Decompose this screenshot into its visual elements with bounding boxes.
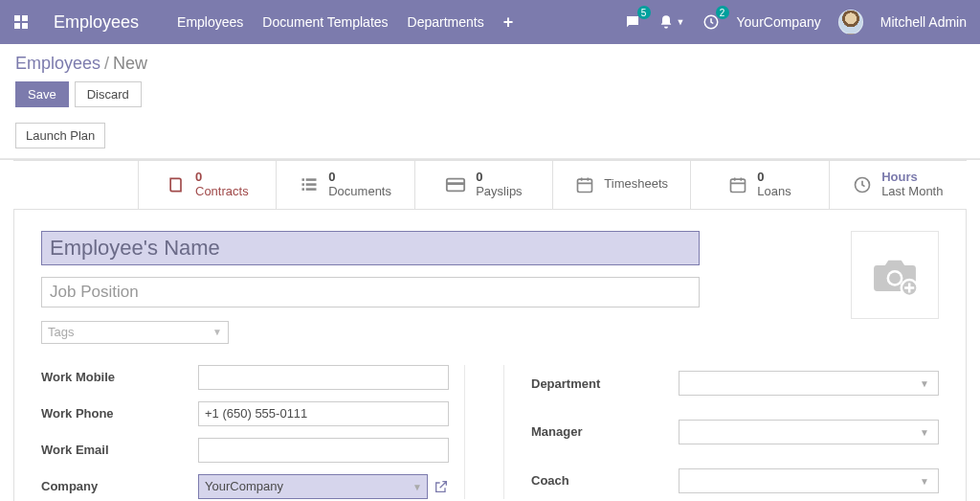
job-position-input[interactable] [41, 277, 700, 307]
svg-rect-7 [302, 183, 305, 186]
nav-document-templates[interactable]: Document Templates [262, 14, 388, 30]
svg-point-17 [889, 272, 901, 284]
launch-plan-button[interactable]: Launch Plan [15, 123, 105, 148]
book-icon [167, 175, 186, 194]
svg-rect-3 [22, 23, 28, 29]
stat-contracts[interactable]: 0Contracts [138, 161, 276, 209]
stat-spacer [13, 161, 138, 209]
svg-rect-12 [447, 182, 464, 185]
save-button[interactable]: Save [15, 81, 69, 107]
svg-rect-0 [14, 15, 20, 21]
list-icon [300, 175, 319, 194]
user-menu[interactable]: Mitchell Admin [880, 14, 967, 30]
app-title[interactable]: Employees [54, 12, 139, 33]
tags-input[interactable]: Tags ▼ [41, 321, 229, 344]
employee-name-input[interactable] [41, 231, 700, 265]
nav-departments[interactable]: Departments [408, 14, 484, 30]
svg-rect-13 [578, 179, 592, 192]
svg-rect-9 [302, 188, 305, 191]
work-email-input[interactable] [198, 438, 449, 463]
chevron-down-icon: ▼ [677, 17, 685, 27]
coach-select[interactable] [679, 468, 939, 493]
form-sheet: Tags ▼ Work Mobile [13, 210, 967, 501]
external-link-icon[interactable] [434, 479, 449, 494]
label-manager: Manager [531, 424, 675, 439]
manager-select[interactable] [679, 420, 939, 444]
activities-badge: 2 [716, 6, 729, 19]
stat-buttons-row: 0Contracts 0Documents 0Payslips Timeshee… [13, 160, 967, 210]
breadcrumb-current: New [113, 54, 147, 73]
chevron-down-icon: ▼ [212, 327, 222, 337]
messages-button[interactable]: 5 [624, 13, 641, 31]
top-navbar: Employees Employees Document Templates D… [0, 0, 980, 44]
activities-button[interactable]: 2 [702, 13, 720, 31]
label-work-mobile: Work Mobile [41, 370, 194, 384]
svg-rect-8 [306, 183, 317, 186]
breadcrumb: Employees/New [15, 54, 965, 74]
stat-documents[interactable]: 0Documents [276, 161, 413, 209]
calendar-icon [728, 175, 747, 194]
nav-employees[interactable]: Employees [177, 14, 243, 30]
messages-badge: 5 [637, 6, 651, 19]
calendar-icon [575, 175, 594, 194]
apps-icon[interactable] [13, 14, 29, 30]
stat-loans[interactable]: 0Loans [690, 161, 828, 209]
camera-plus-icon [869, 249, 921, 301]
label-coach: Coach [531, 473, 675, 488]
breadcrumb-root[interactable]: Employees [15, 54, 100, 73]
credit-card-icon [445, 174, 466, 195]
bell-icon [658, 14, 674, 30]
label-work-email: Work Email [41, 443, 194, 457]
discard-button[interactable]: Discard [75, 81, 142, 107]
label-company: Company [41, 479, 194, 493]
avatar[interactable] [838, 10, 863, 34]
stat-hours[interactable]: HoursLast Month [829, 161, 967, 209]
image-upload[interactable] [851, 231, 939, 319]
svg-rect-14 [731, 179, 746, 192]
department-select[interactable] [679, 371, 939, 396]
label-work-phone: Work Phone [41, 406, 194, 421]
svg-rect-10 [306, 188, 317, 191]
svg-rect-6 [306, 178, 317, 181]
main-content: Employees/New Save Discard Launch Plan 0… [0, 44, 980, 501]
svg-rect-2 [14, 23, 20, 29]
work-phone-input[interactable] [198, 401, 449, 426]
clock-icon [853, 175, 872, 194]
company-switcher[interactable]: YourCompany [737, 14, 821, 30]
stat-payslips[interactable]: 0Payslips [414, 161, 552, 209]
svg-rect-5 [302, 178, 305, 181]
stat-timesheets[interactable]: Timesheets [552, 161, 690, 209]
svg-rect-1 [22, 15, 28, 21]
work-mobile-input[interactable] [198, 365, 449, 390]
company-select[interactable] [198, 474, 428, 499]
label-department: Department [531, 376, 675, 391]
tags-placeholder: Tags [48, 325, 74, 339]
nav-add[interactable]: + [503, 12, 514, 33]
notifications-button[interactable]: ▼ [658, 14, 685, 30]
